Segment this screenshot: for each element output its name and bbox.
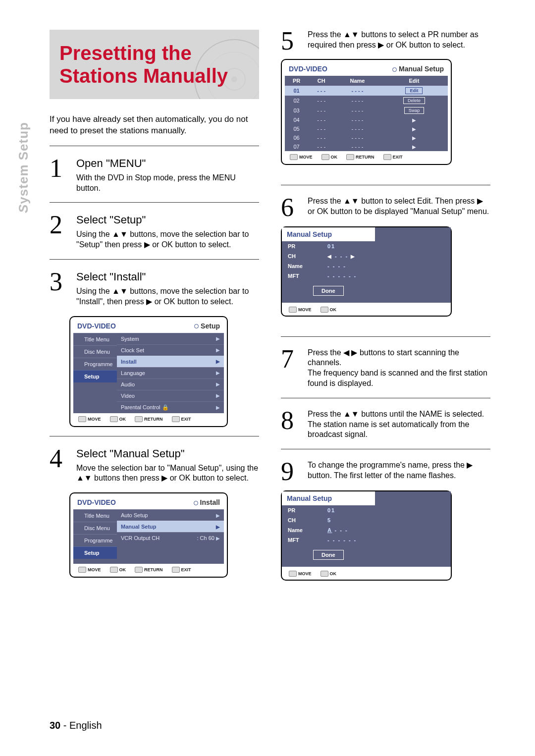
osd-menu-item: Programme <box>73 534 117 546</box>
osd-list-item: Clock Set▶ <box>117 344 224 356</box>
osd-setup: DVD-VIDEO Setup Title MenuDisc MenuProgr… <box>69 316 228 427</box>
manual-setup-row: Name- - - - <box>282 261 375 271</box>
step-9: 9 To change the programme's name, press … <box>281 460 490 484</box>
left-column: Presetting the Stations Manually If you … <box>50 30 259 581</box>
osd-list-item: VCR Output CH: Ch 60 ▶ <box>117 532 224 543</box>
osd-footer-hint: EXIT <box>383 154 403 160</box>
step-7: 7 Press the ◀ ▶ buttons to start scannin… <box>281 348 490 389</box>
osd-footer-hint: EXIT <box>172 416 191 422</box>
osd-footer-hint: RETURN <box>135 567 163 573</box>
osd-footer-hint: OK <box>110 416 126 422</box>
manual-setup-row: CH5 <box>282 515 375 525</box>
step-2: 2 Select "Setup" Using the ▲▼ buttons, m… <box>50 214 259 250</box>
manual-setup-row: MFT- - - - - - <box>282 535 375 545</box>
osd-manual-setup-1: Manual Setup PR01CH◀ - - - ▶Name- - - -M… <box>281 226 452 317</box>
divider <box>50 146 259 146</box>
osd-footer-hint: MOVE <box>289 571 312 577</box>
page-title: Presetting the Stations Manually <box>59 42 249 87</box>
pr-table-row: 02- - -- - - -Delete <box>285 96 448 106</box>
osd-pr-table: DVD-VIDEO Manual Setup PRCHNameEdit01- -… <box>281 59 452 165</box>
manual-setup-row: MFT- - - - - - <box>282 271 375 281</box>
osd-footer-hint: RETURN <box>135 416 163 422</box>
osd-list-item: Auto Setup ▶ <box>117 509 224 521</box>
osd-list-item: Install▶ <box>117 356 224 367</box>
osd-install: DVD-VIDEO Install Title MenuDisc MenuPro… <box>69 492 228 578</box>
osd-menu-item: Programme <box>73 358 117 370</box>
pr-table-row: 04- - -- - - -▶ <box>285 115 448 124</box>
step-3: 3 Select "Install" Using the ▲▼ buttons,… <box>50 270 259 307</box>
osd-list-item: Parental Control 🔒▶ <box>117 401 224 413</box>
osd-menu-item: Setup <box>73 370 117 382</box>
pr-table-row: 06- - -- - - -▶ <box>285 133 448 142</box>
osd-footer-hint: MOVE <box>290 154 313 160</box>
osd-menu-item: Disc Menu <box>73 345 117 358</box>
intro-text: If you have already set then automatical… <box>50 114 259 137</box>
page-footer: 30 - English <box>50 720 102 731</box>
pr-table-row: 01- - -- - - -Edit <box>285 86 448 96</box>
done-button: Done <box>313 286 344 296</box>
osd-list-item: System▶ <box>117 333 224 344</box>
osd-footer-hint: OK <box>321 571 337 577</box>
osd-footer-hint: MOVE <box>78 416 101 422</box>
osd-list-item: Audio▶ <box>117 378 224 390</box>
osd-menu-item: Setup <box>73 546 117 559</box>
step-5: 5 Press the ▲▼ buttons to select a PR nu… <box>281 30 490 53</box>
osd-list-item: Manual Setup ▶ <box>117 521 224 532</box>
osd-menu-item: Title Menu <box>73 509 117 522</box>
osd-footer-hint: OK <box>321 307 337 313</box>
step-8: 8 Press the ▲▼ buttons until the NAME is… <box>281 409 490 440</box>
right-column: 5 Press the ▲▼ buttons to select a PR nu… <box>281 30 490 581</box>
osd-footer-hint: MOVE <box>78 567 101 573</box>
done-button: Done <box>313 550 344 560</box>
osd-footer-hint: EXIT <box>172 567 191 573</box>
pr-table-row: 07- - -- - - -▶ <box>285 142 448 151</box>
osd-footer-hint: RETURN <box>346 154 374 160</box>
step-4: 4 Select "Manual Setup" Move the selecti… <box>50 447 259 484</box>
manual-setup-row: PR01 <box>282 505 375 515</box>
pr-table-row: 03- - -- - - -Swap <box>285 106 448 115</box>
manual-setup-row: NameA - - - <box>282 525 375 535</box>
osd-footer-hint: MOVE <box>289 307 312 313</box>
osd-manual-setup-2: Manual Setup PR01CH5NameA - - -MFT- - - … <box>281 490 452 581</box>
pr-table-row: 05- - -- - - -▶ <box>285 124 448 133</box>
osd-list-item: Video▶ <box>117 390 224 401</box>
section-tab: System Setup <box>16 122 31 213</box>
osd-footer-hint: OK <box>321 154 338 160</box>
title-box: Presetting the Stations Manually <box>50 30 259 99</box>
step-6: 6 Press the ▲▼ button to select Edit. Th… <box>281 196 490 219</box>
osd-menu-item: Disc Menu <box>73 522 117 534</box>
osd-menu-item: Title Menu <box>73 333 117 345</box>
step-1: 1 Open "MENU" With the DVD in Stop mode,… <box>50 157 259 194</box>
osd-list-item: Language▶ <box>117 367 224 378</box>
manual-setup-row: PR01 <box>282 241 375 251</box>
manual-setup-row: CH◀ - - - ▶ <box>282 251 375 261</box>
osd-footer-hint: OK <box>110 567 126 573</box>
